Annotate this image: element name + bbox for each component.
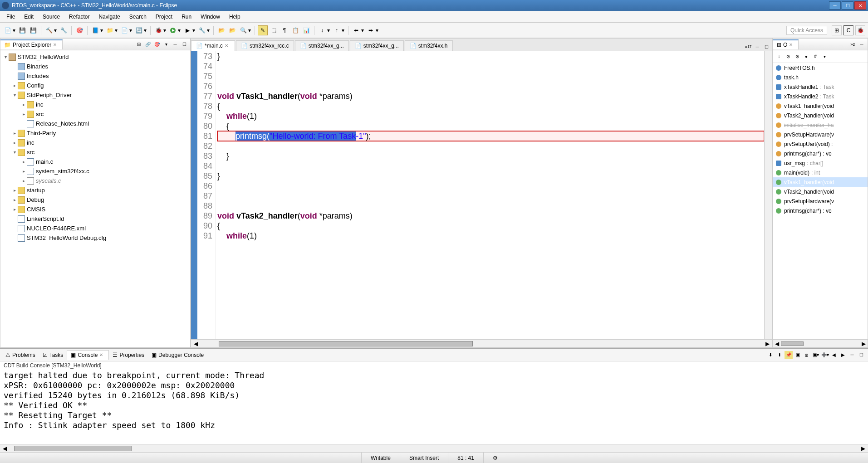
menu-run[interactable]: Run (177, 12, 196, 22)
tree-item[interactable]: ▸inc (0, 138, 190, 147)
tree-item[interactable]: NUCLEO-F446RE.xml (0, 224, 190, 233)
status-build-icon[interactable]: ⚙ (483, 453, 507, 463)
tree-item[interactable]: ▸system_stm32f4xx.c (0, 166, 190, 176)
highlighted-line[interactable]: printmsg("Hello-world: From Task-1"); (217, 131, 764, 141)
tree-item[interactable]: ▾src (0, 147, 190, 157)
open-task-button[interactable]: 📂 (227, 25, 237, 35)
hide-fields-button[interactable]: ⊘ (784, 53, 792, 61)
overflow-button[interactable]: »2 (848, 40, 857, 49)
new-source-button[interactable]: 📄 (119, 25, 129, 35)
vertical-scrollbar[interactable] (764, 51, 772, 339)
menu-window[interactable]: Window (196, 12, 225, 22)
editor-tab-rcc[interactable]: 📄stm32f4xx_rcc.c (236, 40, 294, 51)
display-selected-button[interactable]: ▣ (794, 351, 802, 359)
new-console-button[interactable]: ➕▾ (821, 351, 829, 359)
open-console-button[interactable]: ▣▾ (812, 351, 820, 359)
tab-problems[interactable]: ⚠Problems (2, 351, 39, 360)
minimize-view-button[interactable]: ─ (171, 40, 179, 49)
minimize-view-button[interactable]: ─ (858, 40, 866, 49)
build-all-button[interactable]: 🔧 (59, 25, 69, 35)
outline-item[interactable]: FreeRTOS.h (773, 63, 868, 73)
menu-source[interactable]: Source (38, 12, 64, 22)
outline-item[interactable]: usr_msg: char[] (773, 158, 868, 168)
outline-item[interactable]: initialise_monitor_ha (773, 120, 868, 130)
tree-item[interactable]: Release_Notes.html (0, 119, 190, 128)
outline-item[interactable]: vTask2_handler(void (773, 187, 868, 196)
code-editor[interactable]: 73747576777879808182838485868788899091 }… (191, 51, 772, 339)
focus-task-button[interactable]: 🎯 (153, 40, 161, 49)
tree-item[interactable]: ▸Config (0, 81, 190, 90)
refresh-button[interactable]: 🔄 (134, 25, 144, 35)
tree-item[interactable]: ▸inc (0, 100, 190, 109)
editor-tab-g2[interactable]: 📄stm32f4xx_g... (350, 40, 404, 51)
tree-item[interactable]: Includes (0, 71, 190, 81)
open-type-button[interactable]: 📂 (216, 25, 226, 35)
menu-edit[interactable]: Edit (20, 12, 38, 22)
next-build-button[interactable]: ▶ (839, 351, 847, 359)
editor-tab-g1[interactable]: 📄stm32f4xx_g... (295, 40, 349, 51)
code-area[interactable]: }void vTask1_handler(void *params){ whil… (216, 51, 764, 339)
maximize-editor-button[interactable]: ☐ (762, 43, 770, 51)
back-button[interactable]: ⬅ (351, 25, 361, 35)
editor-tab-h[interactable]: 📄stm32f4xx.h (405, 40, 453, 51)
menu-file[interactable]: File (2, 12, 20, 22)
minimize-editor-button[interactable]: ─ (753, 43, 761, 51)
tab-tasks[interactable]: ☑Tasks (39, 351, 67, 360)
new-button[interactable]: 📄 (3, 25, 13, 35)
horizontal-scrollbar[interactable]: ◀ ▶ (191, 339, 772, 347)
prev-annotation-button[interactable]: ↑ (332, 25, 342, 35)
tree-item[interactable]: LinkerScript.ld (0, 214, 190, 224)
minimize-button[interactable]: ─ (829, 1, 841, 10)
outline-item[interactable]: main(void): int (773, 168, 868, 177)
toggle-breadcrumb-button[interactable]: 📊 (301, 25, 311, 35)
outline-item[interactable]: vTask1_handler(void (773, 177, 868, 187)
target-button[interactable]: 🎯 (74, 25, 84, 35)
scroll-lock-button[interactable]: ⬇ (766, 351, 775, 359)
toggle-block-button[interactable]: ⬚ (269, 25, 279, 35)
search-button[interactable]: 🔍 (238, 25, 248, 35)
tree-item[interactable]: Binaries (0, 62, 190, 71)
hide-static-button[interactable]: ⊗ (793, 53, 801, 61)
build-button[interactable]: 🔨 (44, 25, 54, 35)
tree-item[interactable]: ▸Third-Party (0, 128, 190, 138)
menu-search[interactable]: Search (125, 12, 151, 22)
close-button[interactable]: ✕ (854, 1, 866, 10)
view-menu-button[interactable]: ▾ (162, 40, 170, 49)
minimize-console-button[interactable]: ─ (848, 351, 856, 359)
forward-button[interactable]: ➡ (366, 25, 376, 35)
outline-item[interactable]: prvSetupHardware(v (773, 130, 868, 139)
outline-scrollbar[interactable]: ◀▶ (773, 339, 868, 347)
sort-button[interactable]: ↕ (775, 53, 783, 61)
project-tree[interactable]: ▾ STM32_HelloWorld Binaries Includes▸Con… (0, 50, 190, 347)
menu-project[interactable]: Project (151, 12, 177, 22)
tree-item[interactable]: ▸startup (0, 185, 190, 195)
maximize-console-button[interactable]: ☐ (857, 351, 865, 359)
menu-help[interactable]: Help (225, 12, 245, 22)
outline-item[interactable]: prvSetupHardware(v (773, 196, 868, 206)
outline-item[interactable]: prvSetupUart(void) : (773, 139, 868, 149)
console-scrollbar[interactable]: ◀▶ (0, 444, 868, 452)
cpp-perspective-button[interactable]: C (843, 25, 853, 35)
menu-navigate[interactable]: Navigate (94, 12, 124, 22)
tab-outline[interactable]: ⊞ O ✕ (773, 39, 799, 49)
toggle-mark-button[interactable]: ✎ (258, 25, 268, 35)
tree-item[interactable]: ▸src (0, 109, 190, 119)
run-last-button[interactable]: ▶ (182, 25, 192, 35)
tree-item[interactable]: STM32_HelloWorld Debug.cfg (0, 233, 190, 243)
clear-console-button[interactable]: 🗑 (803, 351, 811, 359)
tree-item[interactable]: ▸main.c (0, 157, 190, 166)
quick-access-field[interactable]: Quick Access (786, 26, 827, 35)
new-folder-button[interactable]: 📁 (105, 25, 115, 35)
outline-item[interactable]: printmsg(char*) : vo (773, 149, 868, 158)
close-icon[interactable]: ✕ (53, 42, 59, 48)
editor-tab-main[interactable]: 📄 *main.c ✕ (191, 40, 235, 51)
maximize-button[interactable]: ☐ (842, 1, 853, 10)
console-output[interactable]: target halted due to breakpoint, current… (0, 370, 868, 444)
debug-button[interactable]: 🐞 (153, 25, 163, 35)
outline-list[interactable]: FreeRTOS.htask.hxTaskHandle1: TaskxTaskH… (773, 63, 868, 339)
new-class-button[interactable]: 📘 (90, 25, 100, 35)
tab-project-explorer[interactable]: 📁 Project Explorer ✕ (0, 39, 63, 49)
outline-item[interactable]: task.h (773, 73, 868, 82)
tree-item[interactable]: ▸syscalls.c (0, 176, 190, 185)
open-perspective-button[interactable]: ⊞ (832, 25, 842, 35)
